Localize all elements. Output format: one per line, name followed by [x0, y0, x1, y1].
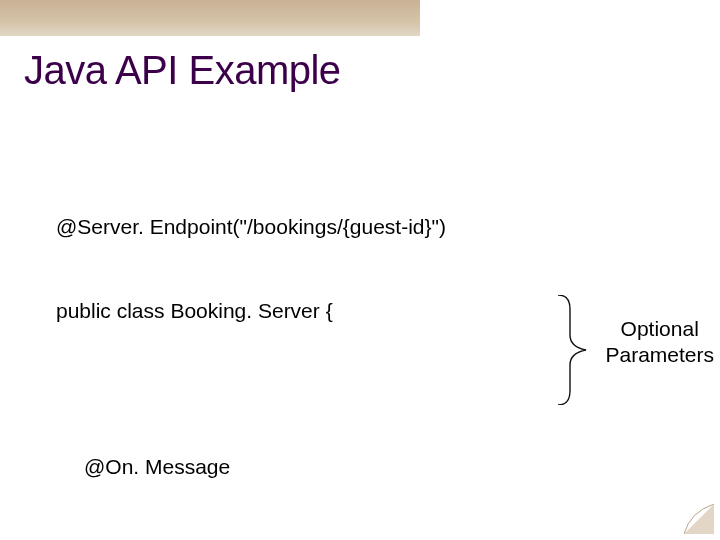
code-line: @Server. Endpoint("/bookings/{guest-id}"… — [56, 213, 524, 241]
annotation-line: Optional — [605, 316, 714, 342]
top-accent-bar — [0, 0, 420, 36]
code-block: @Server. Endpoint("/bookings/{guest-id}"… — [56, 158, 524, 540]
page-curl-icon — [684, 504, 714, 534]
annotation-line: Parameters — [605, 342, 714, 368]
brace-icon — [552, 295, 592, 405]
annotation-label: Optional Parameters — [605, 316, 714, 369]
code-line: @On. Message — [84, 453, 524, 481]
code-line: public class Booking. Server { — [56, 297, 524, 325]
slide: Java API Example @Server. Endpoint("/boo… — [0, 0, 720, 540]
code-line: public void process. Booking. Request( — [84, 536, 524, 540]
slide-title: Java API Example — [24, 48, 341, 93]
